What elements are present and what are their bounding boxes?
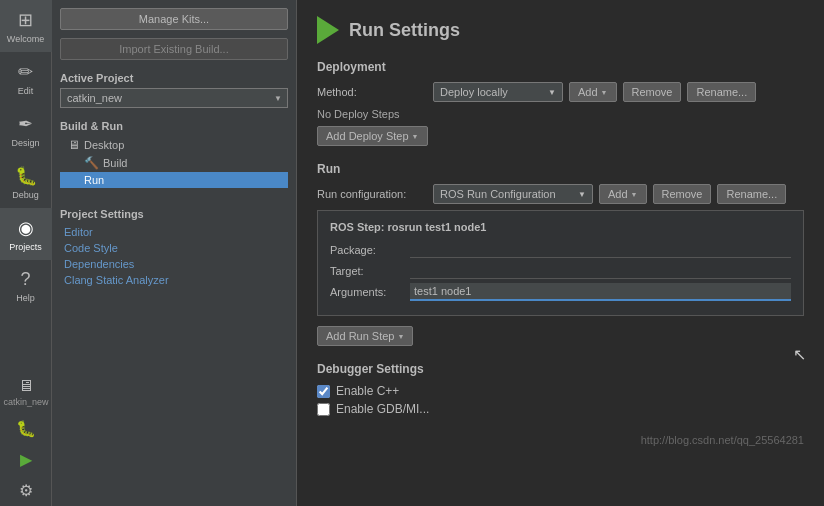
- ros-step-box: ROS Step: rosrun test1 node1 Package: Ta…: [317, 210, 804, 316]
- run-rename-button[interactable]: Rename...: [717, 184, 786, 204]
- left-panel: Manage Kits... Import Existing Build... …: [52, 0, 297, 506]
- target-row: Target:: [330, 262, 791, 279]
- debugger-section: Debugger Settings Enable C++ Enable GDB/…: [317, 362, 804, 416]
- debug2-icon: 🐛: [16, 419, 36, 438]
- enable-cpp-row: Enable C++: [317, 384, 804, 398]
- enable-gdbmi-checkbox[interactable]: [317, 403, 330, 416]
- project-tree: 🖥 Desktop 🔨 Build Run: [60, 136, 288, 188]
- main-content: Run Settings Deployment Method: Deploy l…: [297, 0, 824, 506]
- method-label: Method:: [317, 86, 427, 98]
- arguments-input[interactable]: [410, 283, 791, 301]
- sidebar-item-debug[interactable]: 🐛 Debug: [0, 156, 52, 208]
- target-label: Target:: [330, 265, 410, 277]
- settings-link-dependencies[interactable]: Dependencies: [60, 256, 288, 272]
- add-run-step-button[interactable]: Add Run Step: [317, 326, 413, 346]
- run-settings-header: Run Settings: [317, 16, 804, 44]
- debugger-title: Debugger Settings: [317, 362, 804, 376]
- package-input[interactable]: [410, 241, 791, 258]
- sidebar-bottom-catkin[interactable]: 🖥 catkin_new: [0, 371, 52, 413]
- import-build-button[interactable]: Import Existing Build...: [60, 38, 288, 60]
- tree-item-build[interactable]: 🔨 Build: [60, 154, 288, 172]
- watermark: http://blog.csdn.net/qq_25564281: [641, 434, 804, 446]
- run-icon: ▶: [20, 450, 32, 469]
- enable-cpp-checkbox[interactable]: [317, 385, 330, 398]
- enable-gdbmi-row: Enable GDB/MI...: [317, 402, 804, 416]
- sidebar-bottom-run[interactable]: ▶: [0, 444, 52, 475]
- arguments-row: Arguments:: [330, 283, 791, 301]
- package-label: Package:: [330, 244, 410, 256]
- active-project-select-wrapper: catkin_new: [60, 88, 288, 108]
- help-icon: ?: [20, 269, 30, 290]
- sidebar-bottom-kit[interactable]: ⚙: [0, 475, 52, 506]
- package-row: Package:: [330, 241, 791, 258]
- run-add-button[interactable]: Add: [599, 184, 647, 204]
- project-settings-section: Project Settings Editor Code Style Depen…: [60, 204, 288, 288]
- sidebar-bottom-debug[interactable]: 🐛: [0, 413, 52, 444]
- run-remove-button[interactable]: Remove: [653, 184, 712, 204]
- run-section: Run Run configuration: ROS Run Configura…: [317, 162, 804, 346]
- run-settings-play-icon: [317, 16, 339, 44]
- sidebar-bottom: 🖥 catkin_new 🐛 ▶ ⚙: [0, 371, 51, 506]
- run-config-dropdown[interactable]: ROS Run Configuration: [433, 184, 593, 204]
- build-run-title: Build & Run: [60, 120, 288, 132]
- build-run-section: Build & Run 🖥 Desktop 🔨 Build Run: [60, 116, 288, 188]
- project-settings-title: Project Settings: [60, 208, 288, 220]
- deployment-method-row: Method: Deploy locally Add Remove Rename…: [317, 82, 804, 102]
- manage-kits-button[interactable]: Manage Kits...: [60, 8, 288, 30]
- run-config-row: Run configuration: ROS Run Configuration…: [317, 184, 804, 204]
- projects-icon: ◉: [18, 217, 34, 239]
- deployment-section: Deployment Method: Deploy locally Add Re…: [317, 60, 804, 146]
- settings-link-code-style[interactable]: Code Style: [60, 240, 288, 256]
- debug-icon: 🐛: [15, 165, 37, 187]
- settings-link-editor[interactable]: Editor: [60, 224, 288, 240]
- active-project-section: Active Project catkin_new: [60, 68, 288, 108]
- method-dropdown[interactable]: Deploy locally: [433, 82, 563, 102]
- arguments-label: Arguments:: [330, 286, 410, 298]
- deployment-add-button[interactable]: Add: [569, 82, 617, 102]
- enable-gdbmi-label: Enable GDB/MI...: [336, 402, 429, 416]
- sidebar-icons: ⊞ Welcome ✏ Edit ✒ Design 🐛 Debug ◉ Proj…: [0, 0, 52, 506]
- enable-cpp-label: Enable C++: [336, 384, 399, 398]
- monitor-icon: 🖥: [18, 377, 34, 395]
- run-settings-title: Run Settings: [349, 20, 460, 41]
- design-icon: ✒: [18, 113, 33, 135]
- settings-link-clang[interactable]: Clang Static Analyzer: [60, 272, 288, 288]
- deployment-title: Deployment: [317, 60, 804, 74]
- target-input[interactable]: [410, 262, 791, 279]
- active-project-title: Active Project: [60, 72, 288, 84]
- edit-icon: ✏: [18, 61, 33, 83]
- deployment-remove-button[interactable]: Remove: [623, 82, 682, 102]
- sidebar-item-help[interactable]: ? Help: [0, 260, 52, 312]
- deployment-rename-button[interactable]: Rename...: [687, 82, 756, 102]
- no-deploy-text: No Deploy Steps: [317, 108, 804, 120]
- welcome-icon: ⊞: [18, 9, 33, 31]
- tree-item-run[interactable]: Run: [60, 172, 288, 188]
- add-deploy-step-button[interactable]: Add Deploy Step: [317, 126, 428, 146]
- sidebar-item-welcome[interactable]: ⊞ Welcome: [0, 0, 52, 52]
- run-config-label: Run configuration:: [317, 188, 427, 200]
- desktop-icon: 🖥: [68, 138, 80, 152]
- sidebar-item-edit[interactable]: ✏ Edit: [0, 52, 52, 104]
- kit-icon: ⚙: [19, 481, 33, 500]
- tree-item-desktop[interactable]: 🖥 Desktop: [60, 136, 288, 154]
- sidebar-item-design[interactable]: ✒ Design: [0, 104, 52, 156]
- ros-step-title: ROS Step: rosrun test1 node1: [330, 221, 791, 233]
- run-title: Run: [317, 162, 804, 176]
- sidebar-item-projects[interactable]: ◉ Projects: [0, 208, 52, 260]
- build-icon: 🔨: [84, 156, 99, 170]
- active-project-select[interactable]: catkin_new: [60, 88, 288, 108]
